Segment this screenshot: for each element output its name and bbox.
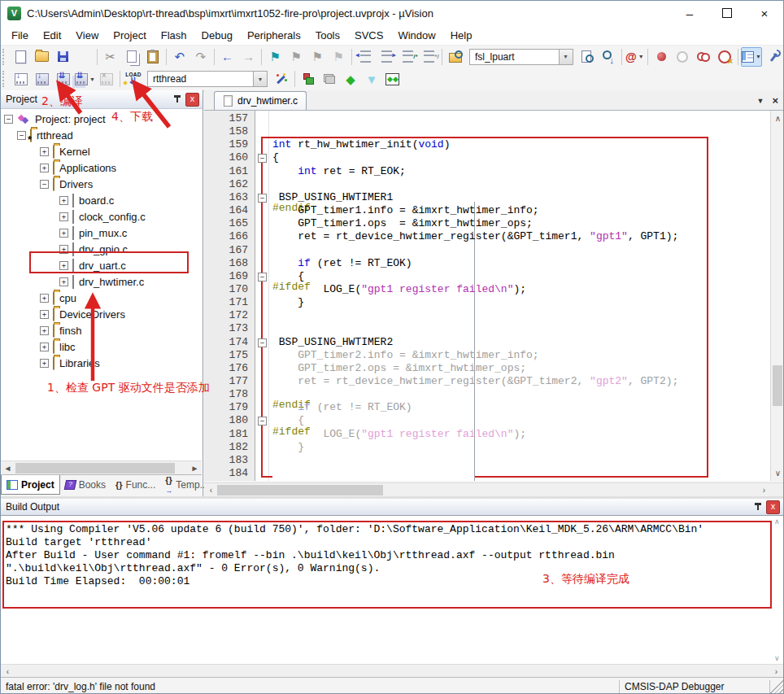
fold-collapse-icon[interactable]: − <box>258 417 267 426</box>
menu-debug[interactable]: Debug <box>194 28 240 43</box>
menu-view[interactable]: View <box>68 28 106 43</box>
expand-icon[interactable]: + <box>40 343 49 351</box>
minimize-button[interactable]: – <box>671 1 708 25</box>
incremental-find-button[interactable]: ↓ <box>598 47 619 67</box>
menu-file[interactable]: File <box>4 28 36 43</box>
enable-disable-breakpoint-button[interactable] <box>672 47 693 67</box>
maximize-button[interactable] <box>708 1 746 25</box>
tree-item-kernel[interactable]: +Kernel <box>1 143 90 159</box>
expand-icon[interactable]: + <box>59 277 68 286</box>
scroll-right-arrow-icon[interactable]: ► <box>189 462 201 474</box>
scroll-thumb[interactable] <box>773 365 782 406</box>
tree-item-libraries[interactable]: +Libraries <box>1 355 100 371</box>
kill-all-breakpoints-button[interactable] <box>714 47 735 67</box>
editor-horizontal-scrollbar[interactable]: ‹ › <box>204 482 784 497</box>
rebuild-button[interactable]: ⇊ <box>53 69 74 89</box>
tree-item-project-project[interactable]: −Project: project <box>1 111 106 127</box>
find-in-files-button[interactable] <box>445 47 466 67</box>
disable-all-breakpoints-button[interactable] <box>693 47 714 67</box>
scroll-left-arrow-icon[interactable]: ◄ <box>2 462 14 474</box>
project-panel-close-button[interactable]: x <box>185 93 199 107</box>
copy-button[interactable] <box>121 47 142 67</box>
scroll-thumb[interactable] <box>217 485 383 495</box>
expand-icon[interactable]: + <box>59 212 68 221</box>
find-button[interactable] <box>577 47 598 67</box>
code-editor[interactable]: 157#endif158159int rt_hw_hwtimer_init(vo… <box>204 111 770 481</box>
next-bookmark-button[interactable]: ⚑ <box>285 47 307 67</box>
tree-item-cpu[interactable]: +cpu <box>1 290 76 306</box>
indent-button[interactable] <box>376 47 397 67</box>
toolbar-grip[interactable] <box>2 71 8 87</box>
filter-packs-button[interactable]: ▼ <box>361 69 382 89</box>
options-for-target-button[interactable] <box>271 69 292 89</box>
build-button[interactable]: ↓ <box>32 69 53 89</box>
chevron-down-icon[interactable]: ▼ <box>756 54 761 59</box>
menu-tools[interactable]: Tools <box>308 28 347 43</box>
undo-button[interactable]: ↶ <box>169 47 190 67</box>
menu-flash[interactable]: Flash <box>154 28 194 43</box>
resize-grip[interactable] <box>770 678 783 694</box>
tab-list-dropdown-icon[interactable]: ▼ <box>756 97 764 105</box>
chevron-down-icon[interactable]: ▼ <box>253 72 267 86</box>
view-tab-func[interactable]: {}Func... <box>111 475 160 494</box>
scroll-left-arrow-icon[interactable]: ‹ <box>205 484 217 496</box>
fold-collapse-icon[interactable]: − <box>258 154 267 163</box>
tree-item-libc[interactable]: +libc <box>1 338 76 355</box>
batch-build-button[interactable]: ⇊▼ <box>74 69 96 89</box>
tab-drv-hwtimer[interactable]: drv_hwtimer.c <box>214 91 307 110</box>
toggle-breakpoint-button[interactable] <box>651 47 672 67</box>
chevron-down-icon[interactable]: ▼ <box>559 50 573 64</box>
tree-item-drivers[interactable]: −Drivers <box>1 176 93 192</box>
expand-icon[interactable]: + <box>59 196 68 205</box>
configure-button[interactable] <box>762 47 783 67</box>
prev-bookmark-button[interactable]: ⚑ <box>307 47 328 67</box>
fold-collapse-icon[interactable]: − <box>258 338 267 347</box>
insert-bookmark-button[interactable]: ⚑ <box>264 47 285 67</box>
select-software-packs-button[interactable]: ◆ <box>340 69 361 89</box>
open-file-button[interactable] <box>31 47 52 67</box>
pin-icon[interactable] <box>172 94 182 105</box>
build-output-close-button[interactable]: x <box>766 500 780 514</box>
collapse-icon[interactable]: − <box>40 180 49 189</box>
editor-vertical-scrollbar[interactable]: ∧ ∨ <box>770 111 784 481</box>
paste-button[interactable] <box>142 47 163 67</box>
scroll-up-arrow-icon[interactable]: ∧ <box>774 517 780 526</box>
save-button[interactable] <box>52 47 73 67</box>
pin-icon[interactable] <box>753 501 763 513</box>
target-select-combo[interactable]: rtthread▼ <box>147 71 268 87</box>
chevron-down-icon[interactable]: ▼ <box>638 54 644 59</box>
clear-bookmarks-button[interactable]: ⚑ <box>328 47 349 67</box>
tree-item-applications[interactable]: +Applications <box>1 159 116 176</box>
scroll-up-arrow-icon[interactable]: ∧ <box>772 112 784 124</box>
tree-item-devicedrivers[interactable]: +DeviceDrivers <box>1 306 125 322</box>
tree-item-clock-config-c[interactable]: +clock_config.c <box>1 208 146 225</box>
expand-icon[interactable]: + <box>40 326 49 335</box>
redo-button[interactable]: ↷ <box>190 47 211 67</box>
menu-project[interactable]: Project <box>106 28 153 43</box>
uncomment-button[interactable] <box>418 47 439 67</box>
menu-window[interactable]: Window <box>390 28 442 43</box>
menu-peripherals[interactable]: Peripherals <box>240 28 308 43</box>
expand-icon[interactable]: + <box>40 147 49 156</box>
navigate-back-button[interactable]: ← <box>216 47 237 67</box>
search-term-combo[interactable]: fsl_lpuart▼ <box>469 49 573 65</box>
expand-icon[interactable]: + <box>40 164 49 172</box>
tree-item-pin-mux-c[interactable]: +pin_mux.c <box>1 225 127 241</box>
tree-item-rtthread[interactable]: −rtthread <box>1 127 73 143</box>
scroll-right-arrow-icon[interactable]: › <box>758 484 770 496</box>
scroll-left-arrow-icon[interactable]: ‹ <box>2 666 14 678</box>
new-file-button[interactable] <box>10 47 31 67</box>
unindent-button[interactable] <box>355 47 376 67</box>
browse-symbols-button[interactable]: @▼ <box>624 47 645 67</box>
stop-build-button[interactable]: × <box>96 69 117 89</box>
download-button[interactable]: LOAD⇊ <box>123 69 144 89</box>
chevron-down-icon[interactable]: ▼ <box>89 76 95 82</box>
expand-icon[interactable]: + <box>40 294 49 303</box>
cut-button[interactable]: ✂ <box>100 47 121 67</box>
fold-collapse-icon[interactable]: − <box>258 273 267 282</box>
build-output-horizontal-scrollbar[interactable]: ‹ › <box>1 664 783 678</box>
manage-project-items-button[interactable] <box>319 69 340 89</box>
close-document-icon[interactable]: × <box>772 94 778 107</box>
scroll-right-arrow-icon[interactable]: › <box>770 666 782 678</box>
tree-item-board-c[interactable]: +board.c <box>1 192 114 208</box>
